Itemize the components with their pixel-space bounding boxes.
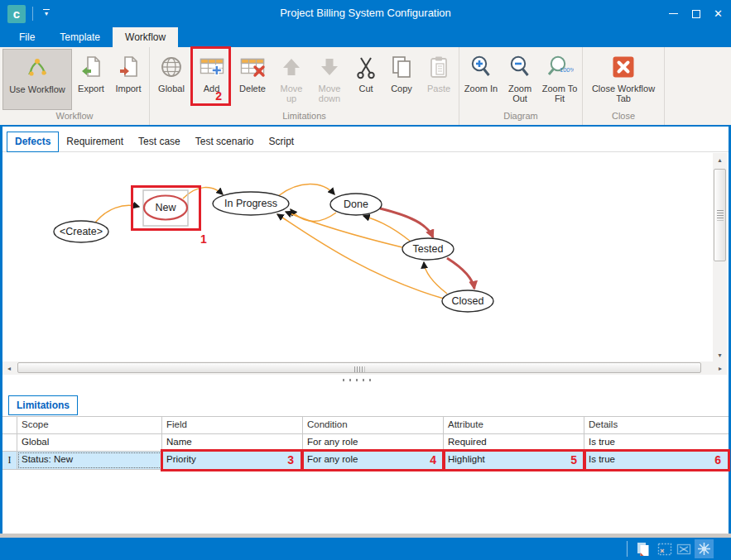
- close-tab-icon: [611, 53, 636, 81]
- statusbar-separator: [627, 541, 628, 557]
- column-header-field[interactable]: Field: [162, 417, 303, 433]
- clipboard-icon: [426, 53, 451, 81]
- copy-button[interactable]: Copy: [383, 49, 420, 110]
- ribbon-group-diagram: Zoom In Zoom Out: [459, 47, 583, 125]
- use-workflow-button[interactable]: Use Workflow: [2, 49, 72, 110]
- node-create[interactable]: <Create>: [54, 221, 108, 242]
- import-button[interactable]: Import: [110, 49, 147, 110]
- move-down-button[interactable]: Move down: [310, 49, 349, 110]
- cell-scope[interactable]: Global: [17, 434, 162, 451]
- cut-button[interactable]: Cut: [350, 49, 382, 110]
- minimize-button[interactable]: [662, 0, 685, 27]
- app-window: c ▾ Project Billing System Configuration…: [0, 0, 731, 560]
- node-in-progress[interactable]: In Progress: [213, 192, 289, 215]
- cell-attribute[interactable]: Required: [444, 434, 584, 451]
- transition-done-tested-emphasis[interactable]: [380, 208, 433, 237]
- scroll-up-icon[interactable]: ▴: [713, 153, 727, 166]
- workflow-icon: [24, 54, 50, 82]
- scroll-down-icon[interactable]: ▾: [713, 348, 727, 361]
- column-header-condition[interactable]: Condition: [303, 417, 444, 433]
- node-tested[interactable]: Tested: [402, 238, 454, 260]
- splitter-handle[interactable]: [343, 379, 376, 381]
- column-header-scope[interactable]: Scope: [17, 417, 162, 433]
- tab-template[interactable]: Template: [47, 27, 113, 47]
- ribbon-tab-bar: File Template Workflow: [0, 27, 731, 47]
- annotation-number-6: 6: [714, 453, 721, 467]
- column-header-details[interactable]: Details: [584, 417, 729, 433]
- diagram-horizontal-scrollbar[interactable]: ◂ ▸: [2, 361, 727, 375]
- document-tab-bar: Defects Requirement Test case Test scena…: [2, 129, 729, 152]
- status-bar: [0, 538, 731, 560]
- horizontal-scroll-thumb[interactable]: [17, 362, 701, 373]
- transition-tested-done[interactable]: [363, 216, 411, 242]
- zoom-in-button[interactable]: Zoom In: [462, 49, 500, 110]
- zoom-to-fit-button[interactable]: 100% Zoom To Fit: [540, 49, 580, 110]
- arrow-up-icon: [279, 53, 304, 81]
- move-up-button[interactable]: Move up: [274, 49, 309, 110]
- node-done[interactable]: Done: [330, 194, 382, 215]
- close-button[interactable]: ✕: [707, 0, 729, 27]
- diagram-view-icon[interactable]: [695, 539, 714, 558]
- scroll-right-icon[interactable]: ▸: [714, 361, 727, 375]
- table-header-row: Scope Field Condition Attribute Details: [2, 417, 729, 434]
- annotation-box-2: 2: [190, 46, 231, 106]
- global-button[interactable]: Global: [152, 49, 190, 110]
- column-header-attribute[interactable]: Attribute: [444, 417, 584, 433]
- export-icon: [79, 53, 103, 81]
- transition-tested-closed-emphasis[interactable]: [447, 258, 474, 289]
- close-icon: ✕: [714, 8, 723, 19]
- group-label-close: Close: [584, 110, 662, 123]
- cell-details[interactable]: Is true: [584, 434, 729, 451]
- annotation-box-3: 3: [161, 449, 303, 471]
- add-limitation-button[interactable]: Add 2: [192, 49, 231, 110]
- zoom-fit-icon: 100%: [546, 53, 574, 81]
- svg-text:<Create>: <Create>: [60, 226, 103, 237]
- svg-text:100%: 100%: [560, 66, 574, 74]
- export-button[interactable]: Export: [74, 49, 108, 110]
- transition-done-inprogress[interactable]: [291, 209, 336, 221]
- transition-inprogress-done[interactable]: [278, 184, 334, 197]
- cell-condition[interactable]: For any role: [303, 434, 444, 451]
- annotation-box-5: 5: [442, 449, 586, 471]
- annotation-box-1: [131, 185, 201, 231]
- cell-field[interactable]: Name: [162, 434, 303, 451]
- tab-defects[interactable]: Defects: [7, 132, 59, 152]
- row-header-column: [2, 417, 17, 433]
- diagram-vertical-scrollbar[interactable]: ▴ ▾: [713, 153, 727, 361]
- arrow-down-icon: [317, 53, 342, 81]
- delete-limitation-button[interactable]: Delete: [233, 49, 272, 110]
- tab-requirement[interactable]: Requirement: [59, 132, 131, 151]
- transition-tested-inprogress[interactable]: [286, 212, 402, 247]
- tab-script[interactable]: Script: [261, 132, 301, 151]
- annotation-number-3: 3: [287, 453, 294, 467]
- annotation-box-4: 4: [301, 449, 445, 471]
- zoom-out-button[interactable]: Zoom Out: [502, 49, 538, 110]
- ribbon-group-close: Close Workflow Tab Close: [583, 47, 665, 125]
- title-bar: c ▾ Project Billing System Configuration…: [0, 0, 731, 27]
- annotation-number-5: 5: [570, 453, 577, 467]
- node-closed[interactable]: Closed: [442, 290, 493, 312]
- transition-closed-tested[interactable]: [424, 262, 447, 294]
- clear-diagram-icon[interactable]: [675, 540, 692, 558]
- close-workflow-tab-button[interactable]: Close Workflow Tab: [585, 49, 661, 110]
- ribbon-group-limitations: Global Add: [150, 47, 459, 125]
- annotation-number-4: 4: [430, 453, 436, 467]
- tab-test-case[interactable]: Test case: [131, 132, 188, 151]
- tab-workflow[interactable]: Workflow: [113, 27, 178, 47]
- tab-limitations[interactable]: Limitations: [8, 395, 78, 415]
- frame-select-icon[interactable]: [656, 540, 673, 558]
- tab-file[interactable]: File: [7, 27, 47, 47]
- zoom-in-icon: [469, 53, 493, 81]
- svg-text:Tested: Tested: [413, 243, 444, 255]
- cell-scope[interactable]: Status: New: [17, 452, 162, 469]
- workflow-diagram: <Create> New In Progress Done Tested Clo…: [0, 153, 702, 360]
- window-title: Project Billing System Configuration: [0, 7, 731, 19]
- scissors-icon: [353, 53, 378, 81]
- ribbon-filler: [665, 47, 731, 125]
- maximize-button[interactable]: [685, 0, 707, 27]
- paste-button[interactable]: Paste: [421, 49, 456, 110]
- scroll-left-icon[interactable]: ◂: [2, 361, 16, 375]
- vertical-scroll-thumb[interactable]: [714, 169, 726, 261]
- pages-icon[interactable]: [634, 540, 652, 558]
- tab-test-scenario[interactable]: Test scenario: [188, 132, 262, 151]
